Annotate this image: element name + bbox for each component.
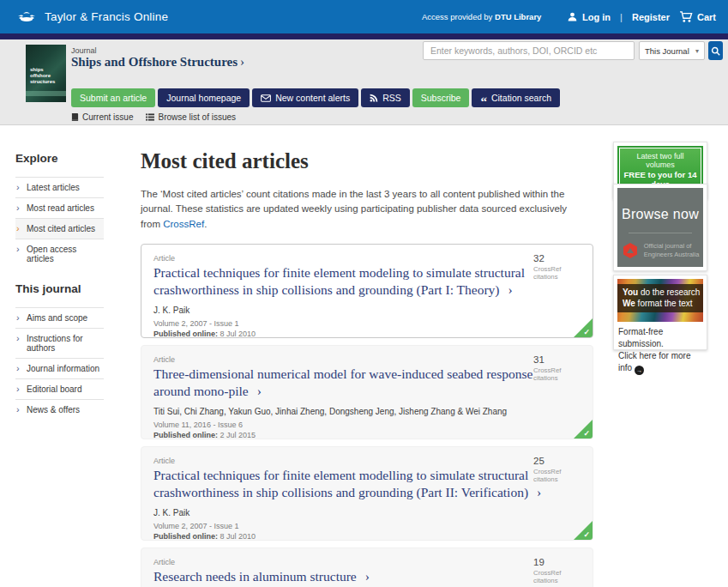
chevron-right-icon: ›: [16, 363, 20, 373]
user-icon: [567, 11, 578, 22]
article-authors: J. K. Paik: [153, 306, 581, 315]
search-scope-select[interactable]: This Journal ▾: [639, 41, 705, 60]
list-icon: [146, 113, 154, 121]
login-button[interactable]: Log in: [567, 11, 611, 22]
this-journal-list: › Aims and scope › Instructions for auth…: [15, 307, 104, 420]
access-note: Access provided by DTU Library: [422, 12, 541, 21]
issue-links: Current issue Browse list of issues: [71, 112, 236, 122]
divider: [629, 233, 692, 233]
chevron-right-icon: ›: [16, 182, 20, 192]
access-note-org: DTU Library: [495, 12, 541, 21]
access-note-prefix: Access provided by: [422, 12, 495, 21]
sidebar: Explore › Latest articles › Most read ar…: [15, 152, 104, 420]
article-published: Published online: 2 Jul 2015: [153, 431, 581, 439]
chevron-right-icon: ›: [16, 244, 20, 254]
tandf-home-link[interactable]: Taylor & Francis Online: [15, 0, 168, 33]
sidebar-item-aims-and-scope[interactable]: › Aims and scope: [15, 307, 104, 328]
chevron-right-icon: ›: [16, 203, 20, 213]
article-title-link[interactable]: Practical techniques for finite element …: [153, 467, 563, 501]
article-title-link[interactable]: Three-dimensional numerical model for wa…: [153, 366, 563, 400]
citation-search-button[interactable]: “ Citation search: [472, 88, 560, 107]
arrow-right-icon: →: [635, 366, 644, 375]
article-card: Article Practical techniques for finite …: [141, 244, 593, 338]
article-card: Article Three-dimensional numerical mode…: [141, 345, 593, 439]
cart-icon: [679, 11, 693, 23]
chevron-right-icon: ›: [240, 55, 244, 69]
chevron-right-icon: ›: [16, 223, 20, 233]
page-title: Most cited articles: [141, 149, 593, 173]
browse-issues-link[interactable]: Browse list of issues: [146, 112, 236, 122]
register-button[interactable]: Register: [632, 12, 670, 22]
search-button[interactable]: [708, 41, 723, 60]
engineers-australia-logo: [622, 242, 639, 259]
sidebar-item-news-and-offers[interactable]: › News & offers: [15, 399, 104, 420]
brand-name: Taylor & Francis Online: [45, 10, 168, 23]
chevron-right-icon: ›: [16, 333, 20, 343]
article-volume: Volume 2, 2007 - Issue 1: [153, 319, 581, 328]
promo-format-free-banner[interactable]: You do the research We format the text F…: [613, 275, 707, 350]
ea-caption: Official journal of Engineers Australia: [644, 242, 700, 259]
article-card: Article Practical techniques for finite …: [141, 446, 593, 541]
sidebar-item-most-cited-articles[interactable]: › Most cited articles: [15, 218, 104, 239]
envelope-icon: [261, 94, 271, 102]
journal-header-band: ships offshore structures Journal Ships …: [0, 39, 728, 125]
sidebar-item-latest-articles[interactable]: › Latest articles: [15, 177, 104, 197]
search-icon: [711, 46, 720, 56]
article-type-label: Article: [153, 355, 581, 364]
subscribe-button[interactable]: Subscribe: [412, 88, 470, 107]
check-icon: ✓: [583, 328, 590, 336]
chevron-right-icon: ›: [16, 312, 20, 323]
sidebar-item-editorial-board[interactable]: › Editorial board: [15, 378, 104, 399]
rss-icon: [370, 94, 378, 102]
article-type-label: Article: [153, 254, 581, 263]
journal-homepage-button[interactable]: Journal homepage: [158, 88, 250, 107]
journal-action-buttons: Submit an article Journal homepage New c…: [71, 88, 560, 107]
article-title-link[interactable]: Research needs in aluminum structure›: [153, 568, 563, 585]
new-content-alerts-button[interactable]: New content alerts: [252, 88, 358, 107]
article-volume: Volume 11, 2016 - Issue 6: [153, 421, 581, 429]
citation-count: 19 CrossRef citations: [533, 557, 583, 584]
chevron-right-icon: ›: [16, 404, 20, 415]
article-type-label: Article: [153, 457, 581, 465]
rss-button[interactable]: RSS: [361, 88, 410, 107]
chevron-down-icon: ▾: [695, 47, 699, 55]
search-input[interactable]: [423, 41, 635, 60]
promo-image: You do the research We format the text: [617, 279, 703, 322]
article-type-label: Article: [153, 558, 581, 566]
sidebar-heading-explore: Explore: [15, 152, 104, 165]
article-authors: Titi Sui, Chi Zhang, Yakun Guo, Jinhai Z…: [153, 407, 581, 416]
journal-cover-image[interactable]: ships offshore structures: [26, 45, 66, 102]
promo-caption: Format-free submission. Click here for m…: [617, 322, 703, 376]
main-content: Most cited articles The ‘Most cited arti…: [141, 149, 593, 587]
chevron-right-icon: ›: [508, 282, 513, 297]
sidebar-item-most-read-articles[interactable]: › Most read articles: [15, 197, 104, 218]
article-title-link[interactable]: Practical techniques for finite element …: [153, 264, 563, 299]
submit-article-button[interactable]: Submit an article: [71, 88, 155, 107]
browse-now-title: Browse now: [617, 188, 703, 222]
citation-count: 31 CrossRef citations: [533, 354, 583, 382]
page: Taylor & Francis Online Access provided …: [0, 0, 728, 587]
journal-title-link[interactable]: Ships and Offshore Structures›: [71, 55, 244, 70]
chevron-right-icon: ›: [16, 384, 20, 394]
promo-browse-now-banner[interactable]: Browse now Official journal of Engineers…: [613, 184, 707, 271]
current-issue-link[interactable]: Current issue: [71, 112, 133, 122]
citation-count: 32 CrossRef citations: [533, 253, 583, 281]
book-icon: [71, 113, 79, 122]
topbar-actions: Log in | Register Cart: [567, 0, 716, 33]
sidebar-item-journal-information[interactable]: › Journal information: [15, 358, 104, 378]
tandf-logo-icon: [15, 9, 38, 26]
article-published: Published online: 8 Jul 2010: [153, 532, 581, 541]
sidebar-heading-this-journal: This journal: [15, 282, 104, 295]
cart-button[interactable]: Cart: [679, 11, 716, 23]
chevron-right-icon: ›: [365, 569, 370, 584]
article-card: Article Research needs in aluminum struc…: [141, 548, 593, 587]
top-navigation-bar: Taylor & Francis Online Access provided …: [0, 0, 728, 33]
promo-line1: Latest two full volumes: [622, 152, 699, 169]
sidebar-item-instructions-for-authors[interactable]: › Instructions for authors: [15, 328, 104, 358]
brand-stripe: [0, 33, 728, 39]
crossref-link[interactable]: CrossRef: [163, 219, 204, 229]
chevron-right-icon: ›: [257, 384, 262, 398]
journal-kicker: Journal: [71, 46, 97, 55]
article-authors: J. K. Paik: [153, 508, 581, 517]
sidebar-item-open-access-articles[interactable]: › Open access articles: [15, 239, 104, 269]
